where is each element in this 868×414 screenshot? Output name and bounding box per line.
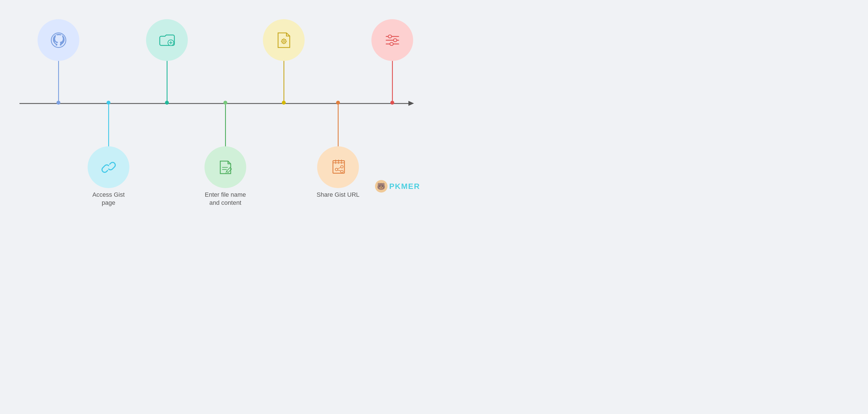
circle-new-gist — [146, 19, 188, 61]
svg-line-15 — [282, 39, 282, 40]
svg-point-25 — [341, 165, 343, 168]
svg-rect-32 — [393, 39, 397, 42]
connector-access — [108, 105, 109, 146]
circle-manage — [371, 19, 413, 61]
settings-file-icon — [274, 30, 294, 51]
svg-line-16 — [285, 42, 286, 43]
step-dot-manage — [390, 101, 394, 105]
connector-share — [338, 105, 339, 146]
svg-point-10 — [283, 40, 285, 42]
svg-line-17 — [285, 39, 286, 40]
edit-file-icon — [215, 157, 236, 178]
svg-line-27 — [338, 167, 341, 169]
label-enter-file: Enter file nameand content — [195, 191, 256, 207]
sliders-icon — [382, 30, 403, 51]
svg-point-1 — [56, 44, 57, 45]
svg-rect-30 — [388, 35, 392, 38]
step-dot-share — [336, 101, 340, 105]
connector-new-gist — [167, 61, 167, 103]
svg-rect-34 — [390, 42, 393, 45]
connector-enter-file — [225, 105, 226, 146]
svg-line-8 — [226, 171, 226, 173]
svg-point-26 — [341, 170, 343, 173]
folder-plus-icon — [157, 30, 178, 51]
circle-login — [37, 19, 79, 61]
svg-point-2 — [60, 44, 61, 45]
step-dot-choose-public — [282, 101, 286, 105]
step-dot-access — [106, 101, 111, 105]
connector-manage — [392, 61, 393, 103]
circle-choose-public — [263, 19, 305, 61]
timeline — [20, 103, 409, 104]
svg-line-28 — [338, 170, 341, 171]
circle-access — [88, 146, 129, 188]
svg-point-24 — [335, 168, 338, 170]
watermark-text: PKMER — [389, 182, 420, 191]
diagram-container: Login toGitHub Access Gistpage — [8, 9, 426, 198]
github-icon — [48, 30, 69, 51]
step-dot-login — [57, 101, 60, 105]
connector-choose-public — [283, 61, 284, 103]
circle-share — [317, 146, 359, 188]
label-share: Share Gist URL — [310, 191, 366, 199]
connector-login — [58, 61, 59, 103]
link-icon — [98, 157, 119, 178]
circle-enter-file — [205, 146, 246, 188]
step-dot-new-gist — [165, 101, 169, 105]
watermark-bear-icon: 🐻 — [375, 180, 388, 193]
share-icon — [328, 157, 349, 178]
step-dot-enter-file — [223, 101, 227, 105]
label-access: Access Gistpage — [81, 191, 136, 207]
svg-line-18 — [282, 42, 282, 43]
watermark: 🐻 PKMER — [375, 180, 420, 193]
